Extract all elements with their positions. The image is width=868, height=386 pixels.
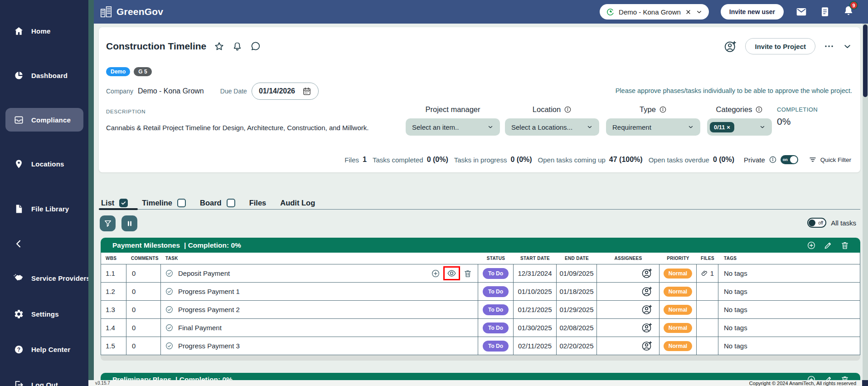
table-row[interactable]: 1.2 0 Progress Payment 1 To Do 01/10/202… (101, 282, 860, 300)
end-date-cell[interactable]: 02/20/2025 (557, 337, 597, 355)
add-assignee-icon[interactable] (641, 286, 653, 297)
add-assignee-icon[interactable] (641, 340, 653, 352)
priority-cell[interactable]: Normal (659, 283, 697, 300)
all-tasks-toggle[interactable]: off (807, 218, 826, 228)
files-cell[interactable]: 1 (697, 264, 718, 282)
table-row[interactable]: 1.3 0 Progress Payment 2 To Do 01/21/202… (101, 300, 860, 318)
due-date-input[interactable]: 01/14/2026 (252, 83, 319, 100)
board-checkbox[interactable] (227, 199, 235, 207)
info-icon[interactable] (769, 156, 777, 164)
project-manager-dropdown[interactable]: Select an item.. (406, 118, 500, 136)
status-cell[interactable]: To Do (478, 319, 514, 337)
priority-cell[interactable]: Normal (659, 301, 697, 318)
star-icon[interactable] (214, 41, 224, 52)
status-cell[interactable]: To Do (478, 337, 514, 355)
sidebar-item-home[interactable]: Home (5, 21, 83, 41)
trash-icon[interactable] (840, 241, 849, 250)
type-dropdown[interactable]: Requirement (606, 118, 700, 136)
add-subtask-icon[interactable] (431, 269, 440, 278)
start-date-cell[interactable]: 12/31/2024 (514, 264, 557, 282)
columns-button[interactable] (121, 215, 137, 231)
info-icon[interactable] (659, 106, 667, 113)
add-assignee-icon[interactable] (641, 268, 653, 279)
comments-cell[interactable]: 0 (126, 337, 161, 355)
invite-to-project-button[interactable]: Invite to Project (745, 38, 815, 54)
table-row[interactable]: 1.4 0 Final Payment To Do 01/30/2025 02/… (101, 318, 860, 337)
check-circle-icon[interactable] (165, 305, 174, 314)
tags-cell[interactable]: No tags (718, 283, 860, 300)
tags-cell[interactable]: No tags (718, 337, 860, 355)
add-task-icon[interactable] (807, 241, 816, 250)
eye-icon[interactable] (447, 269, 456, 278)
chevron-down-icon[interactable] (696, 9, 703, 15)
categories-dropdown[interactable]: 0/11 × (707, 118, 772, 136)
info-icon[interactable] (755, 106, 763, 113)
check-circle-icon[interactable] (165, 342, 174, 350)
company-selector[interactable]: Demo - Kona Grown (600, 4, 709, 20)
check-circle-icon[interactable] (165, 287, 174, 296)
task-cell[interactable]: Progress Payment 1 (161, 283, 478, 300)
table-row[interactable]: 1.5 0 Progress Payment 3 To Do 02/11/202… (101, 337, 860, 355)
categories-chip[interactable]: 0/11 × (710, 122, 734, 132)
phase-header[interactable]: Payment Milestones | Completion: 0% (101, 238, 860, 253)
filter-button[interactable] (100, 215, 116, 231)
mail-icon[interactable] (795, 6, 807, 18)
tab-board[interactable]: Board (200, 199, 235, 207)
task-name[interactable]: Final Payment (178, 324, 222, 332)
files-cell[interactable] (697, 319, 718, 337)
table-row[interactable]: 1.1 0 Deposit Payment To Do (101, 264, 860, 282)
sidebar-item-service-providers[interactable]: Service Providers (5, 268, 83, 288)
sidebar-item-locations[interactable]: Locations (5, 154, 83, 174)
sidebar-item-settings[interactable]: Settings (5, 304, 83, 324)
tags-cell[interactable]: No tags (718, 319, 860, 337)
task-name[interactable]: Progress Payment 3 (178, 342, 240, 350)
private-toggle[interactable]: on (781, 155, 798, 164)
tab-audit-log[interactable]: Audit Log (280, 199, 315, 207)
sidebar-item-compliance[interactable]: Compliance (5, 108, 83, 132)
priority-cell[interactable]: Normal (659, 264, 697, 282)
tags-cell[interactable]: No tags (718, 301, 860, 318)
sidebar-item-dashboard[interactable]: Dashboard (5, 65, 83, 85)
page-scrollbar[interactable] (863, 24, 868, 381)
more-options-icon[interactable] (824, 41, 834, 52)
bell-outline-icon[interactable] (232, 41, 242, 52)
end-date-cell[interactable]: 01/18/2025 (557, 283, 597, 300)
comments-cell[interactable]: 0 (126, 301, 161, 318)
tab-files[interactable]: Files (249, 199, 267, 207)
sidebar-item-file-library[interactable]: File Library (5, 199, 83, 219)
trash-icon[interactable] (463, 269, 472, 278)
status-cell[interactable]: To Do (478, 264, 514, 282)
task-name[interactable]: Progress Payment 2 (178, 306, 240, 313)
tab-timeline[interactable]: Timeline (142, 199, 186, 207)
info-icon[interactable] (564, 106, 572, 113)
edit-pencil-icon[interactable] (824, 241, 833, 250)
end-date-cell[interactable]: 01/29/2025 (557, 301, 597, 318)
priority-cell[interactable]: Normal (659, 337, 697, 355)
task-name[interactable]: Progress Payment 1 (178, 288, 240, 295)
start-date-cell[interactable]: 01/21/2025 (514, 301, 557, 318)
collapse-chevron-icon[interactable] (843, 42, 852, 51)
tags-cell[interactable]: No tags (718, 264, 860, 282)
status-cell[interactable]: To Do (478, 301, 514, 318)
notes-icon[interactable] (819, 6, 831, 18)
check-circle-icon[interactable] (165, 269, 174, 278)
quick-filter-button[interactable]: Quick Filter (809, 156, 851, 164)
comments-cell[interactable]: 0 (126, 319, 161, 337)
task-cell[interactable]: Progress Payment 2 (161, 301, 478, 318)
status-cell[interactable]: To Do (478, 283, 514, 300)
end-date-cell[interactable]: 02/08/2025 (557, 319, 597, 337)
priority-cell[interactable]: Normal (659, 319, 697, 337)
list-checkbox[interactable] (119, 199, 128, 207)
end-date-cell[interactable]: 01/09/2025 (557, 264, 597, 282)
add-user-icon[interactable] (724, 40, 737, 53)
invite-new-user-button[interactable]: Invite new user (721, 4, 784, 20)
location-dropdown[interactable]: Select a Locations... (505, 118, 599, 136)
sidebar-item-help-center[interactable]: ? Help Center (5, 339, 83, 359)
add-assignee-icon[interactable] (641, 304, 653, 315)
files-cell[interactable] (697, 337, 718, 355)
files-cell[interactable] (697, 301, 718, 318)
comment-bubble-icon[interactable] (250, 41, 261, 52)
files-cell[interactable] (697, 283, 718, 300)
notifications[interactable]: 9 (843, 5, 854, 19)
add-assignee-icon[interactable] (641, 322, 653, 333)
